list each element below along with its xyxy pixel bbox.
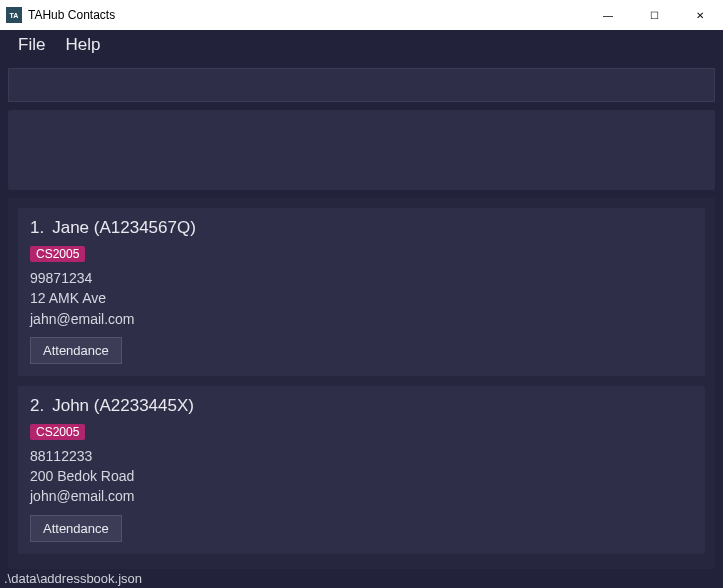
minimize-button[interactable]: — bbox=[585, 0, 631, 30]
contact-name: John (A2233445X) bbox=[52, 396, 194, 416]
contact-header: 2.John (A2233445X) bbox=[30, 396, 693, 416]
contact-card[interactable]: 2.John (A2233445X)CS200588112233200 Bedo… bbox=[18, 386, 705, 554]
contact-email: john@email.com bbox=[30, 486, 693, 506]
attendance-button[interactable]: Attendance bbox=[30, 515, 122, 542]
contact-name: Jane (A1234567Q) bbox=[52, 218, 196, 238]
close-icon: ✕ bbox=[696, 10, 704, 21]
maximize-button[interactable]: ☐ bbox=[631, 0, 677, 30]
contact-header: 1.Jane (A1234567Q) bbox=[30, 218, 693, 238]
content-area: 1.Jane (A1234567Q)CS20059987123412 AMK A… bbox=[0, 60, 723, 569]
contact-phone: 99871234 bbox=[30, 268, 693, 288]
contact-card[interactable]: 1.Jane (A1234567Q)CS20059987123412 AMK A… bbox=[18, 208, 705, 376]
contact-email: jahn@email.com bbox=[30, 309, 693, 329]
maximize-icon: ☐ bbox=[650, 10, 659, 21]
statusbar: .\data\addressbook.json bbox=[0, 569, 723, 588]
contact-tag: CS2005 bbox=[30, 246, 85, 262]
titlebar: TA TAHub Contacts — ☐ ✕ bbox=[0, 0, 723, 30]
app-icon: TA bbox=[6, 7, 22, 23]
menu-help[interactable]: Help bbox=[57, 33, 108, 57]
contact-tag: CS2005 bbox=[30, 424, 85, 440]
contact-index: 1. bbox=[30, 218, 44, 238]
app-window: TA TAHub Contacts — ☐ ✕ File Help 1.Jane… bbox=[0, 0, 723, 588]
contacts-panel[interactable]: 1.Jane (A1234567Q)CS20059987123412 AMK A… bbox=[8, 198, 715, 569]
contact-phone: 88112233 bbox=[30, 446, 693, 466]
contact-address: 200 Bedok Road bbox=[30, 466, 693, 486]
menu-file[interactable]: File bbox=[10, 33, 53, 57]
window-controls: — ☐ ✕ bbox=[585, 0, 723, 30]
contact-address: 12 AMK Ave bbox=[30, 288, 693, 308]
command-input[interactable] bbox=[8, 68, 715, 102]
minimize-icon: — bbox=[603, 10, 613, 21]
window-title: TAHub Contacts bbox=[28, 8, 115, 22]
contact-index: 2. bbox=[30, 396, 44, 416]
close-button[interactable]: ✕ bbox=[677, 0, 723, 30]
attendance-button[interactable]: Attendance bbox=[30, 337, 122, 364]
menubar: File Help bbox=[0, 30, 723, 60]
app-icon-text: TA bbox=[10, 12, 19, 19]
result-panel bbox=[8, 110, 715, 190]
status-path: .\data\addressbook.json bbox=[4, 571, 142, 586]
